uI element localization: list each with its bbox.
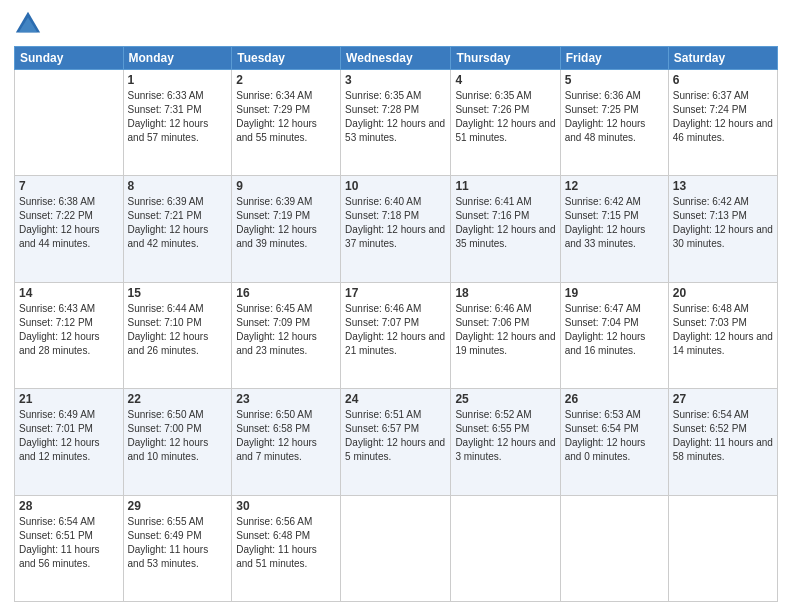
calendar-cell: 28Sunrise: 6:54 AMSunset: 6:51 PMDayligh…	[15, 495, 124, 601]
calendar-header-saturday: Saturday	[668, 47, 777, 70]
day-info: Sunrise: 6:42 AMSunset: 7:15 PMDaylight:…	[565, 195, 664, 251]
day-number: 10	[345, 179, 446, 193]
calendar-cell: 26Sunrise: 6:53 AMSunset: 6:54 PMDayligh…	[560, 389, 668, 495]
calendar-header-wednesday: Wednesday	[341, 47, 451, 70]
calendar-cell: 16Sunrise: 6:45 AMSunset: 7:09 PMDayligh…	[232, 282, 341, 388]
day-info: Sunrise: 6:49 AMSunset: 7:01 PMDaylight:…	[19, 408, 119, 464]
day-info: Sunrise: 6:44 AMSunset: 7:10 PMDaylight:…	[128, 302, 228, 358]
calendar-cell	[560, 495, 668, 601]
calendar-cell	[15, 70, 124, 176]
day-number: 27	[673, 392, 773, 406]
day-info: Sunrise: 6:37 AMSunset: 7:24 PMDaylight:…	[673, 89, 773, 145]
calendar-cell: 30Sunrise: 6:56 AMSunset: 6:48 PMDayligh…	[232, 495, 341, 601]
day-info: Sunrise: 6:50 AMSunset: 6:58 PMDaylight:…	[236, 408, 336, 464]
calendar-cell: 10Sunrise: 6:40 AMSunset: 7:18 PMDayligh…	[341, 176, 451, 282]
day-info: Sunrise: 6:39 AMSunset: 7:19 PMDaylight:…	[236, 195, 336, 251]
day-info: Sunrise: 6:46 AMSunset: 7:07 PMDaylight:…	[345, 302, 446, 358]
day-info: Sunrise: 6:51 AMSunset: 6:57 PMDaylight:…	[345, 408, 446, 464]
day-info: Sunrise: 6:55 AMSunset: 6:49 PMDaylight:…	[128, 515, 228, 571]
calendar-cell: 6Sunrise: 6:37 AMSunset: 7:24 PMDaylight…	[668, 70, 777, 176]
calendar-cell: 12Sunrise: 6:42 AMSunset: 7:15 PMDayligh…	[560, 176, 668, 282]
calendar-cell: 23Sunrise: 6:50 AMSunset: 6:58 PMDayligh…	[232, 389, 341, 495]
calendar-cell: 22Sunrise: 6:50 AMSunset: 7:00 PMDayligh…	[123, 389, 232, 495]
calendar-cell: 19Sunrise: 6:47 AMSunset: 7:04 PMDayligh…	[560, 282, 668, 388]
calendar-cell: 13Sunrise: 6:42 AMSunset: 7:13 PMDayligh…	[668, 176, 777, 282]
day-info: Sunrise: 6:33 AMSunset: 7:31 PMDaylight:…	[128, 89, 228, 145]
day-info: Sunrise: 6:38 AMSunset: 7:22 PMDaylight:…	[19, 195, 119, 251]
day-info: Sunrise: 6:39 AMSunset: 7:21 PMDaylight:…	[128, 195, 228, 251]
day-number: 6	[673, 73, 773, 87]
day-number: 18	[455, 286, 555, 300]
day-number: 20	[673, 286, 773, 300]
calendar-cell	[341, 495, 451, 601]
calendar-cell	[451, 495, 560, 601]
calendar-header-friday: Friday	[560, 47, 668, 70]
day-info: Sunrise: 6:43 AMSunset: 7:12 PMDaylight:…	[19, 302, 119, 358]
calendar-cell: 3Sunrise: 6:35 AMSunset: 7:28 PMDaylight…	[341, 70, 451, 176]
calendar-cell: 8Sunrise: 6:39 AMSunset: 7:21 PMDaylight…	[123, 176, 232, 282]
calendar-cell: 2Sunrise: 6:34 AMSunset: 7:29 PMDaylight…	[232, 70, 341, 176]
day-number: 12	[565, 179, 664, 193]
day-info: Sunrise: 6:48 AMSunset: 7:03 PMDaylight:…	[673, 302, 773, 358]
calendar-week-1: 1Sunrise: 6:33 AMSunset: 7:31 PMDaylight…	[15, 70, 778, 176]
day-number: 1	[128, 73, 228, 87]
calendar-cell: 21Sunrise: 6:49 AMSunset: 7:01 PMDayligh…	[15, 389, 124, 495]
header	[14, 10, 778, 38]
calendar-cell: 25Sunrise: 6:52 AMSunset: 6:55 PMDayligh…	[451, 389, 560, 495]
day-info: Sunrise: 6:50 AMSunset: 7:00 PMDaylight:…	[128, 408, 228, 464]
day-number: 8	[128, 179, 228, 193]
day-number: 17	[345, 286, 446, 300]
page: SundayMondayTuesdayWednesdayThursdayFrid…	[0, 0, 792, 612]
calendar-cell: 29Sunrise: 6:55 AMSunset: 6:49 PMDayligh…	[123, 495, 232, 601]
calendar-header-sunday: Sunday	[15, 47, 124, 70]
day-number: 5	[565, 73, 664, 87]
calendar-week-5: 28Sunrise: 6:54 AMSunset: 6:51 PMDayligh…	[15, 495, 778, 601]
day-info: Sunrise: 6:41 AMSunset: 7:16 PMDaylight:…	[455, 195, 555, 251]
day-info: Sunrise: 6:54 AMSunset: 6:51 PMDaylight:…	[19, 515, 119, 571]
day-number: 21	[19, 392, 119, 406]
calendar-header-tuesday: Tuesday	[232, 47, 341, 70]
day-info: Sunrise: 6:36 AMSunset: 7:25 PMDaylight:…	[565, 89, 664, 145]
day-info: Sunrise: 6:56 AMSunset: 6:48 PMDaylight:…	[236, 515, 336, 571]
logo-icon	[14, 10, 42, 38]
day-info: Sunrise: 6:53 AMSunset: 6:54 PMDaylight:…	[565, 408, 664, 464]
calendar-week-3: 14Sunrise: 6:43 AMSunset: 7:12 PMDayligh…	[15, 282, 778, 388]
day-number: 24	[345, 392, 446, 406]
day-number: 3	[345, 73, 446, 87]
day-number: 22	[128, 392, 228, 406]
day-info: Sunrise: 6:40 AMSunset: 7:18 PMDaylight:…	[345, 195, 446, 251]
day-number: 2	[236, 73, 336, 87]
day-number: 14	[19, 286, 119, 300]
day-info: Sunrise: 6:35 AMSunset: 7:26 PMDaylight:…	[455, 89, 555, 145]
calendar-cell	[668, 495, 777, 601]
day-info: Sunrise: 6:52 AMSunset: 6:55 PMDaylight:…	[455, 408, 555, 464]
calendar-header-row: SundayMondayTuesdayWednesdayThursdayFrid…	[15, 47, 778, 70]
calendar-cell: 27Sunrise: 6:54 AMSunset: 6:52 PMDayligh…	[668, 389, 777, 495]
logo	[14, 10, 46, 38]
calendar-week-4: 21Sunrise: 6:49 AMSunset: 7:01 PMDayligh…	[15, 389, 778, 495]
calendar-header-monday: Monday	[123, 47, 232, 70]
calendar-cell: 1Sunrise: 6:33 AMSunset: 7:31 PMDaylight…	[123, 70, 232, 176]
calendar-cell: 7Sunrise: 6:38 AMSunset: 7:22 PMDaylight…	[15, 176, 124, 282]
calendar-cell: 17Sunrise: 6:46 AMSunset: 7:07 PMDayligh…	[341, 282, 451, 388]
calendar-cell: 14Sunrise: 6:43 AMSunset: 7:12 PMDayligh…	[15, 282, 124, 388]
day-info: Sunrise: 6:54 AMSunset: 6:52 PMDaylight:…	[673, 408, 773, 464]
calendar-cell: 20Sunrise: 6:48 AMSunset: 7:03 PMDayligh…	[668, 282, 777, 388]
calendar-cell: 11Sunrise: 6:41 AMSunset: 7:16 PMDayligh…	[451, 176, 560, 282]
day-number: 19	[565, 286, 664, 300]
calendar-cell: 5Sunrise: 6:36 AMSunset: 7:25 PMDaylight…	[560, 70, 668, 176]
calendar-header-thursday: Thursday	[451, 47, 560, 70]
day-number: 23	[236, 392, 336, 406]
day-number: 28	[19, 499, 119, 513]
calendar-table: SundayMondayTuesdayWednesdayThursdayFrid…	[14, 46, 778, 602]
day-number: 13	[673, 179, 773, 193]
day-info: Sunrise: 6:46 AMSunset: 7:06 PMDaylight:…	[455, 302, 555, 358]
day-number: 30	[236, 499, 336, 513]
day-number: 9	[236, 179, 336, 193]
day-info: Sunrise: 6:34 AMSunset: 7:29 PMDaylight:…	[236, 89, 336, 145]
calendar-cell: 15Sunrise: 6:44 AMSunset: 7:10 PMDayligh…	[123, 282, 232, 388]
day-number: 4	[455, 73, 555, 87]
calendar-cell: 9Sunrise: 6:39 AMSunset: 7:19 PMDaylight…	[232, 176, 341, 282]
calendar-cell: 4Sunrise: 6:35 AMSunset: 7:26 PMDaylight…	[451, 70, 560, 176]
day-number: 15	[128, 286, 228, 300]
